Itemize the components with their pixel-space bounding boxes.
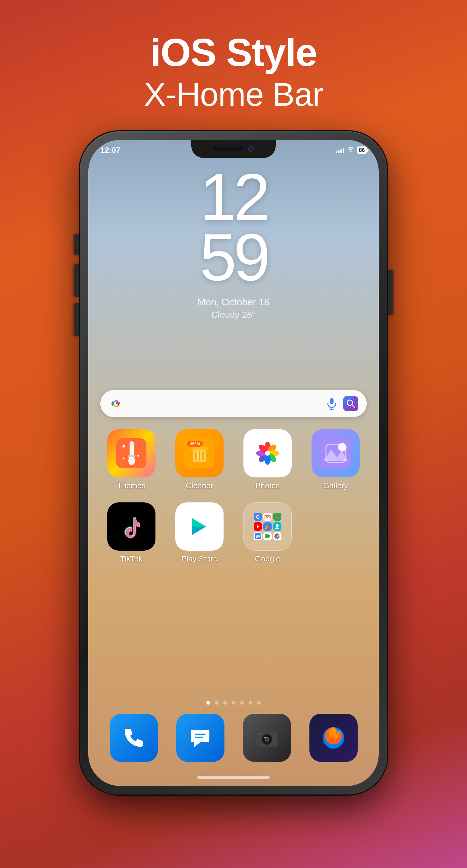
wifi-icon xyxy=(347,146,354,154)
page-dot-6 xyxy=(249,701,252,705)
svg-rect-41 xyxy=(255,533,260,539)
search-bar[interactable] xyxy=(100,390,367,417)
google-lens-icon[interactable] xyxy=(343,396,358,411)
page-dot-1 xyxy=(207,701,210,705)
svg-text:📍: 📍 xyxy=(275,515,280,520)
volume-mute-button[interactable] xyxy=(74,234,79,255)
svg-point-40 xyxy=(276,524,279,527)
header-section: iOS Style X-Home Bar xyxy=(144,30,323,113)
power-button[interactable] xyxy=(388,270,393,315)
svg-line-4 xyxy=(352,405,354,407)
phone-mockup: 12:07 xyxy=(80,131,387,795)
app-google-folder[interactable]: G 📍 xyxy=(237,502,299,564)
photos-icon xyxy=(244,429,292,477)
status-icons: 86 xyxy=(336,146,367,154)
status-bar: 12:07 xyxy=(100,144,367,156)
photos-label: Photos xyxy=(255,481,280,490)
svg-text:G: G xyxy=(256,515,259,520)
battery-icon: 86 xyxy=(357,147,367,154)
svg-point-64 xyxy=(258,733,260,735)
themes-icon: ✦ ✦ ✦ xyxy=(107,429,155,477)
dock xyxy=(100,714,367,762)
phone-icon xyxy=(110,714,158,762)
page-dots xyxy=(88,701,379,705)
dock-firefox[interactable] xyxy=(309,714,357,762)
page-dot-5 xyxy=(240,701,244,705)
svg-rect-0 xyxy=(330,398,334,404)
svg-point-30 xyxy=(265,451,270,456)
page-dot-2 xyxy=(215,701,218,705)
dock-phone[interactable] xyxy=(110,714,158,762)
page-dot-3 xyxy=(223,701,227,705)
app-tiktok[interactable]: TikTok xyxy=(100,502,162,564)
playstore-label: Play Store xyxy=(181,554,218,564)
svg-text:359M: 359M xyxy=(190,441,200,446)
signal-icon xyxy=(336,147,344,153)
svg-text:✦: ✦ xyxy=(136,453,141,459)
phone-screen: 12:07 xyxy=(88,140,379,786)
app-photos[interactable]: Photos xyxy=(237,429,299,490)
svg-rect-6 xyxy=(130,441,134,456)
header-line2: X-Home Bar xyxy=(144,75,323,114)
page-dot-4 xyxy=(232,701,235,705)
playstore-icon xyxy=(175,502,223,551)
header-line1: iOS Style xyxy=(144,30,323,75)
tiktok-label: TikTok xyxy=(120,554,143,564)
svg-point-8 xyxy=(128,457,135,465)
svg-text:✦: ✦ xyxy=(121,442,127,450)
dock-camera[interactable] xyxy=(243,714,291,762)
clock-widget: 12 59 Mon, October 16 Cloudy 28° xyxy=(88,164,379,320)
clock-weather: Cloudy 28° xyxy=(211,310,255,320)
google-folder-label: Google xyxy=(255,554,280,564)
app-themes[interactable]: ✦ ✦ ✦ Themes xyxy=(100,429,162,490)
gallery-label: Gallery xyxy=(323,481,348,490)
app-gallery[interactable]: Gallery xyxy=(305,429,367,490)
home-bar xyxy=(197,776,270,779)
clock-minute: 59 xyxy=(200,224,268,290)
camera-icon xyxy=(243,714,291,762)
messages-icon xyxy=(176,714,224,762)
svg-text:✦: ✦ xyxy=(122,456,125,461)
svg-point-54 xyxy=(277,535,278,537)
dock-messages[interactable] xyxy=(176,714,224,762)
voice-search-icon[interactable] xyxy=(325,397,338,410)
svg-rect-31 xyxy=(320,438,351,468)
app-cleaner[interactable]: 359M Cleaner xyxy=(168,429,230,490)
cleaner-icon: 359M xyxy=(175,429,223,477)
svg-rect-63 xyxy=(272,730,275,733)
cleaner-label: Cleaner xyxy=(186,481,213,490)
firefox-icon xyxy=(309,714,357,762)
svg-point-62 xyxy=(264,737,266,738)
volume-down-button[interactable] xyxy=(74,303,79,336)
clock-date: Mon, October 16 xyxy=(198,297,269,308)
svg-point-61 xyxy=(266,738,269,741)
gallery-icon xyxy=(312,429,360,477)
volume-up-button[interactable] xyxy=(74,264,79,297)
page-dot-7 xyxy=(257,701,260,705)
themes-label: Themes xyxy=(117,481,146,490)
google-folder-icon: G 📍 xyxy=(244,502,292,551)
tiktok-icon xyxy=(107,502,155,551)
google-logo xyxy=(109,396,124,411)
app-grid-row1: ✦ ✦ ✦ Themes xyxy=(100,429,367,564)
svg-rect-45 xyxy=(265,534,269,538)
status-time: 12:07 xyxy=(100,146,121,155)
app-playstore[interactable]: Play Store xyxy=(168,502,230,564)
